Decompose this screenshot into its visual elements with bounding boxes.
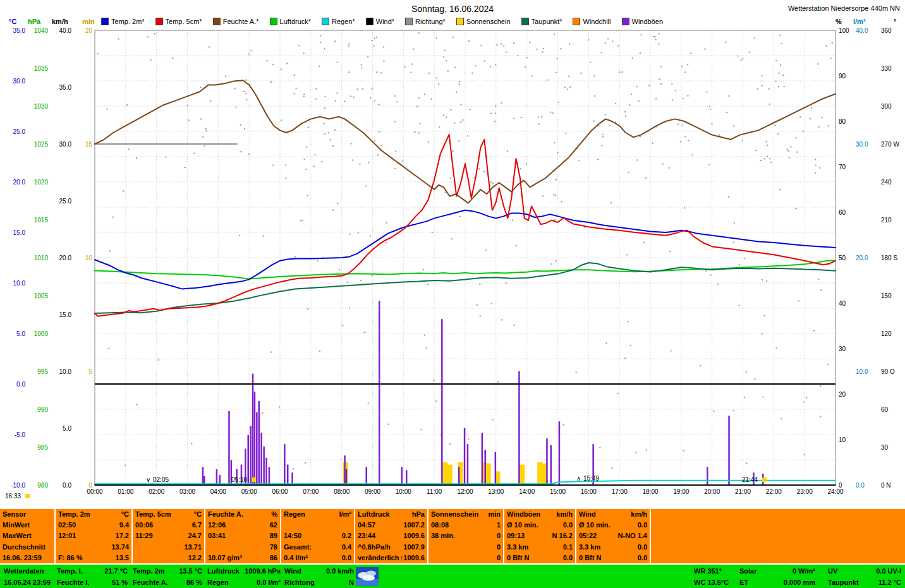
cell-value: 78: [270, 542, 277, 553]
status-field: 0.000 mm: [770, 577, 815, 587]
svg-text:980: 980: [37, 482, 48, 489]
status-field: Temp. I.: [57, 566, 83, 576]
grid: [95, 30, 835, 485]
status-field: Richtung: [284, 577, 315, 587]
table-cell: F: 86 %13.5: [56, 553, 133, 563]
status-field: ET: [739, 577, 748, 587]
cell-label: Temp. 2m: [58, 509, 90, 520]
cell-value: 13.5: [116, 553, 129, 563]
cell-value: 17.2: [116, 531, 129, 541]
table-cell: Gesamt:0.4: [281, 542, 355, 553]
cell-label: 02:50: [58, 520, 76, 531]
cell-value: 9.4: [119, 520, 129, 531]
status-field: 13.5 °C: [163, 566, 202, 576]
table-row-label: 16.06. 23:59: [0, 553, 56, 563]
cell-label: Temp. 5cm: [135, 509, 171, 520]
table-cell: Feuchte A.%: [205, 509, 281, 520]
cell-value: 0.0: [563, 520, 573, 531]
status-field: 0.0 l/m²: [231, 577, 281, 587]
cell-value: km/h: [631, 509, 647, 520]
table-row: 16.06. 23:59F: 86 %13.512.210.07 g/m³860…: [0, 553, 905, 563]
cell-value: 0.0: [638, 520, 647, 531]
min-axis-labels: 20151050: [85, 27, 93, 489]
svg-text:18:00: 18:00: [642, 488, 658, 495]
cell-label: 3.3 km: [579, 542, 600, 553]
status-bar: Wetterdaten16.06.24 23:59Temp. I.21.7 °C…: [0, 563, 905, 588]
table-cell: 14:500.2: [281, 531, 355, 541]
status-field: 11.2 °C: [852, 577, 901, 587]
svg-text:24:00: 24:00: [827, 488, 843, 495]
svg-text:07:00: 07:00: [303, 488, 319, 495]
svg-text:14:00: 14:00: [519, 488, 535, 495]
svg-text:15.0: 15.0: [13, 229, 26, 236]
cell-value: 0: [497, 553, 501, 563]
table-cell: ^0.8hPa/h1007.9: [355, 542, 428, 553]
cell-value: 13.71: [184, 542, 202, 553]
status-field: Feuchte I.: [57, 577, 89, 587]
svg-text:90 O: 90 O: [881, 368, 895, 375]
svg-text:0: 0: [88, 482, 92, 489]
cell-value: 0.0: [638, 542, 647, 553]
table-cell: 05:22N-NO 1.4: [576, 531, 651, 541]
cell-value: 0: [497, 542, 501, 553]
table-row: MinWert02:509.400:066.712:066204:571007.…: [0, 520, 905, 531]
marker-time: 21:44: [742, 476, 758, 483]
table-cell: 11:2924.7: [133, 531, 205, 541]
svg-text:08:00: 08:00: [334, 488, 349, 495]
status-field: Wetterdaten: [4, 566, 44, 576]
svg-text:270 W: 270 W: [881, 141, 899, 148]
svg-text:10: 10: [85, 255, 93, 261]
cell-value: 0.1: [563, 542, 573, 553]
cell-value: N 16.2: [552, 531, 573, 541]
cell-label: 0.4 l/m²: [284, 553, 308, 563]
table-cell: 04:571007.2: [355, 520, 428, 531]
cell-value: 0.0: [638, 553, 647, 563]
status-field: Wind: [284, 566, 301, 576]
cell-label: F: 86 %: [58, 553, 83, 563]
time-markers: 16:33∨02:0505:10∧15:4921:44: [5, 475, 767, 500]
svg-text:35.0: 35.0: [59, 84, 72, 91]
sonnenschein-bars: [343, 462, 547, 485]
table-cell: 10.07 g/m³86: [205, 553, 281, 563]
stats-table: SensorTemp. 2m°CTemp. 5cm°CFeuchte A.%Re…: [0, 509, 905, 563]
cell-value: 0.2: [342, 531, 351, 541]
svg-text:03:00: 03:00: [179, 488, 195, 495]
table-cell: 12:0117.2: [56, 531, 133, 541]
table-row: MaxWert12:0117.211:2924.703:418914:500.2…: [0, 531, 905, 541]
marker-time: 02:05: [153, 476, 169, 483]
svg-text:35.0: 35.0: [13, 27, 26, 34]
sun-marker-icon: [25, 494, 30, 498]
status-field: 1009.6 hPa: [231, 566, 281, 576]
svg-text:10.0: 10.0: [856, 368, 868, 375]
table-cell: 0: [428, 542, 504, 553]
marker-arrow-icon: ∨: [146, 476, 150, 483]
svg-text:19:00: 19:00: [673, 488, 689, 495]
svg-text:15: 15: [85, 141, 93, 148]
svg-text:20.0: 20.0: [59, 255, 72, 261]
table-cell: LuftdruckhPa: [355, 509, 428, 520]
status-field: 86 %: [163, 577, 202, 587]
weather-chart: 35.030.025.020.015.010.05.00.0-5.0-10.01…: [0, 0, 905, 505]
svg-text:20:00: 20:00: [704, 488, 720, 495]
cell-value: 1007.2: [403, 520, 425, 531]
cell-label: veränderlich: [358, 553, 399, 563]
svg-text:5.0: 5.0: [16, 330, 25, 337]
svg-text:180 S: 180 S: [881, 255, 897, 261]
status-field: N: [311, 577, 354, 587]
table-cell: 12.2: [133, 553, 205, 563]
x-axis-labels: 00:0001:0002:0003:0004:0005:0006:0007:00…: [87, 488, 843, 495]
svg-text:60: 60: [881, 406, 889, 413]
cell-label: 12:01: [58, 531, 76, 541]
cell-label: 3.3 km: [507, 542, 528, 553]
cell-value: 1: [497, 520, 501, 531]
cell-value: °C: [121, 509, 129, 520]
svg-text:17:00: 17:00: [612, 488, 628, 495]
table-cell: 08:081: [428, 520, 504, 531]
cell-label: Feuchte A.: [208, 509, 243, 520]
table-cell: 03:4189: [205, 531, 281, 541]
marker-time: 16:33: [5, 493, 21, 500]
table-cell: 3.3 km0.1: [504, 542, 576, 553]
svg-text:1040: 1040: [34, 27, 49, 34]
sun-marker-icon: [762, 477, 767, 482]
table-cell: Regenl/m²: [281, 509, 355, 520]
